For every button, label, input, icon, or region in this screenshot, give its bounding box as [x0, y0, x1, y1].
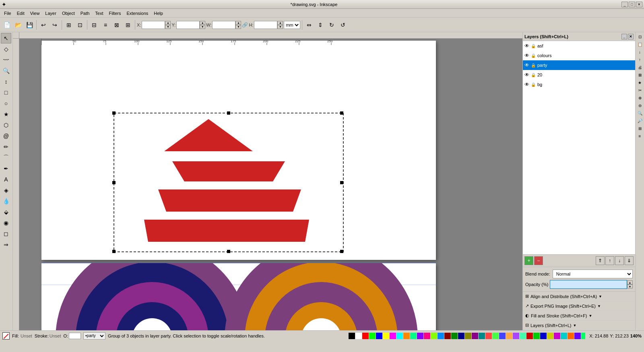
snap2-button[interactable]: ⊡ — [75, 20, 85, 30]
add-layer-button[interactable]: + — [524, 256, 533, 265]
ellipse-tool[interactable]: ○ — [1, 98, 11, 109]
layer-indicator[interactable]: •party asf colours 20 bg — [83, 332, 105, 340]
palette-swatch[interactable] — [547, 333, 553, 339]
menu-edit[interactable]: Edit — [14, 10, 27, 16]
fr-btn-11[interactable]: 🔍 — [636, 109, 644, 117]
layer-row-colours[interactable]: 👁 🔒 colours — [523, 51, 635, 60]
align-distribute-panel[interactable]: ⊞ Align and Distribute (Shift+Ctrl+A) ▼ — [523, 292, 635, 301]
zoom-tool[interactable]: 🔍 — [1, 66, 11, 76]
palette-swatch[interactable] — [526, 333, 533, 339]
snap-button[interactable]: ⊞ — [64, 20, 74, 30]
h-input[interactable]: 66.559 — [254, 21, 277, 29]
fr-btn-3[interactable]: ↓ — [636, 48, 644, 56]
pencil-tool[interactable]: ✏ — [1, 142, 11, 152]
minimize-button[interactable]: _ — [621, 2, 628, 7]
layer-visibility-bg[interactable]: 👁 — [524, 82, 529, 87]
palette-swatch[interactable] — [499, 333, 506, 339]
x-input[interactable]: 96.715 — [142, 21, 165, 29]
transform-rotate-cw[interactable]: ↻ — [326, 20, 337, 30]
fr-btn-5[interactable]: 🖨 — [636, 64, 644, 71]
layer-row-asf[interactable]: 👁 🔒 asf — [523, 41, 635, 51]
save-button[interactable]: 💾 — [24, 20, 35, 30]
dropper-tool[interactable]: 💧 — [1, 196, 11, 206]
x-spin-down[interactable]: ▼ — [165, 25, 171, 29]
menu-extensions[interactable]: Extensions — [124, 10, 151, 16]
x-spin-up[interactable]: ▲ — [165, 21, 171, 25]
palette-swatch[interactable] — [465, 333, 471, 339]
menu-text[interactable]: Text — [93, 10, 105, 16]
fr-btn-13[interactable]: ⊞ — [636, 125, 644, 132]
fr-btn-8[interactable]: ✂ — [636, 86, 644, 94]
menu-help[interactable]: Help — [151, 10, 165, 16]
palette-swatch[interactable] — [444, 333, 451, 339]
align-top-button[interactable]: ⊞ — [123, 20, 133, 30]
palette-swatch[interactable] — [417, 333, 423, 339]
h-spin-up[interactable]: ▲ — [277, 21, 283, 25]
layer-row-party[interactable]: 👁 🔒 party — [523, 60, 635, 70]
palette-swatch[interactable] — [355, 333, 362, 339]
calligraphy-tool[interactable]: ✒ — [1, 163, 11, 174]
remove-layer-button[interactable]: − — [534, 256, 543, 265]
y-spin-up[interactable]: ▲ — [200, 21, 205, 25]
y-spin-down[interactable]: ▼ — [200, 25, 205, 29]
transform-flip-h[interactable]: ⇔ — [304, 20, 314, 30]
align-right-button[interactable]: ⊠ — [111, 20, 122, 30]
layers-bottom-panel[interactable]: ⊟ Layers (Shift+Ctrl+L) ▼ — [523, 321, 635, 330]
fr-btn-4[interactable]: ↑ — [636, 56, 644, 63]
fr-btn-10[interactable]: ⊖ — [636, 102, 644, 109]
lock-icon[interactable]: 🔗 — [242, 22, 248, 28]
text-tool[interactable]: A — [1, 174, 11, 185]
eraser-tool[interactable]: ◻ — [1, 228, 11, 239]
paintbucket-tool[interactable]: ⬙ — [1, 207, 11, 217]
palette-swatch[interactable] — [383, 333, 389, 339]
layer-move-bottom[interactable]: ⇓ — [625, 256, 634, 265]
gradient-tool[interactable]: ◈ — [1, 185, 11, 196]
palette-swatch[interactable] — [431, 333, 437, 339]
palette-swatch[interactable] — [568, 333, 574, 339]
h-spin-down[interactable]: ▼ — [277, 25, 283, 29]
palette-swatch[interactable] — [533, 333, 540, 339]
transform-flip-v[interactable]: ⇕ — [315, 20, 326, 30]
layer-move-down[interactable]: ↓ — [615, 256, 624, 265]
spray-tool[interactable]: ◉ — [1, 218, 11, 228]
connector-tool[interactable]: ⇒ — [1, 239, 11, 250]
transform-rotate-ccw[interactable]: ↺ — [338, 20, 348, 30]
fr-btn-1[interactable]: ⊡ — [636, 33, 644, 40]
node-tool[interactable]: ◇ — [1, 44, 11, 54]
fr-btn-6[interactable]: ⊠ — [636, 71, 644, 78]
fr-btn-2[interactable]: 📋 — [636, 41, 644, 48]
select-tool[interactable]: ↖ — [1, 33, 11, 43]
palette-swatch[interactable] — [403, 333, 410, 339]
y-field[interactable]: 209.381 ▲ ▼ — [176, 21, 205, 29]
menu-object[interactable]: Object — [60, 10, 77, 16]
fr-btn-12[interactable]: 🔎 — [636, 117, 644, 124]
opacity-spin-up[interactable]: ▲ — [627, 280, 633, 284]
undo-button[interactable]: ↩ — [38, 20, 49, 30]
fr-btn-14[interactable]: ≡ — [636, 132, 644, 140]
menu-layer[interactable]: Layer — [43, 10, 59, 16]
palette-swatch[interactable] — [581, 333, 585, 339]
w-spin-up[interactable]: ▲ — [235, 21, 241, 25]
layer-lock-20[interactable]: 🔒 — [531, 73, 536, 77]
palette-swatch[interactable] — [540, 333, 547, 339]
palette-swatch[interactable] — [513, 333, 519, 339]
new-button[interactable]: 📄 — [2, 20, 12, 30]
palette-swatch[interactable] — [520, 333, 526, 339]
layer-visibility-party[interactable]: 👁 — [524, 62, 529, 68]
open-button[interactable]: 📂 — [13, 20, 23, 30]
opacity-status-input[interactable]: 100 — [69, 333, 81, 339]
palette-swatch[interactable] — [438, 333, 444, 339]
maximize-button[interactable]: □ — [629, 2, 635, 7]
layer-visibility-asf[interactable]: 👁 — [524, 43, 529, 49]
layer-visibility-20[interactable]: 👁 — [524, 72, 529, 78]
palette-swatch[interactable] — [561, 333, 567, 339]
blend-mode-select[interactable]: Normal Multiply Screen Overlay — [553, 270, 633, 278]
layer-move-top[interactable]: ⇑ — [596, 256, 605, 265]
w-spin-down[interactable]: ▼ — [235, 25, 241, 29]
w-field[interactable]: 101.013 ▲ ▼ — [212, 21, 241, 29]
y-input[interactable]: 209.381 — [176, 21, 200, 29]
spiral-tool[interactable]: @ — [1, 131, 11, 141]
star-tool[interactable]: ★ — [1, 109, 11, 119]
palette-swatch[interactable] — [376, 333, 382, 339]
layer-lock-colours[interactable]: 🔒 — [531, 54, 536, 58]
